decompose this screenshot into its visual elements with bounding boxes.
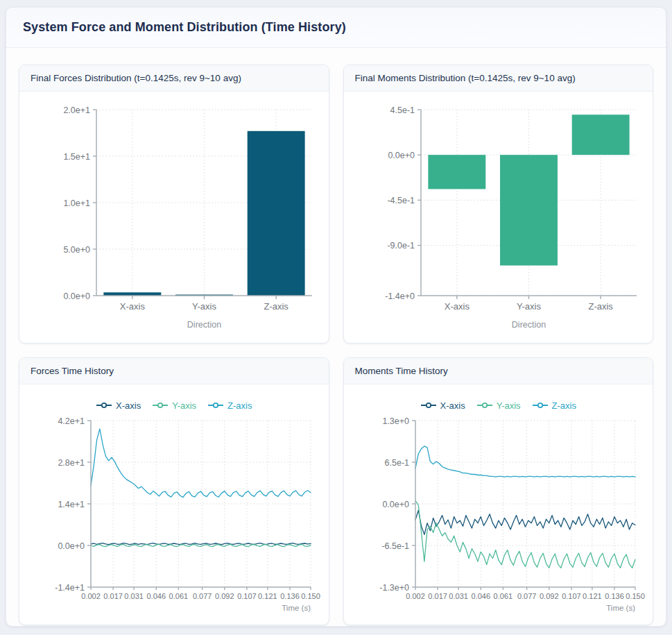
y-tick-label: 1.0e+1: [64, 198, 91, 208]
y-tick-label: 2.0e+1: [64, 105, 91, 115]
line-z-axis[interactable]: [415, 446, 635, 477]
y-tick-label: -1.4e+1: [55, 583, 85, 593]
bar-x-axis[interactable]: [428, 155, 485, 189]
moments-history-legend: X-axisY-axisZ-axis: [420, 398, 576, 412]
line-z-axis[interactable]: [91, 429, 311, 498]
x-tick-label: 0.002: [81, 592, 101, 600]
card-forces-history-body: X-axisY-axisZ-axis 4.2e+12.8e+11.4e+10.0…: [19, 384, 329, 625]
category-label: Y-axis: [517, 301, 541, 312]
dashboard-panel: System Force and Moment Distribution (Ti…: [6, 7, 666, 627]
y-tick-label: 0.0e+0: [58, 541, 85, 551]
legend-marker-icon: [207, 402, 224, 409]
y-tick-label: 0.0e+0: [382, 500, 409, 509]
legend-marker-icon: [152, 402, 169, 409]
x-tick-label: 0.150: [626, 592, 645, 600]
legend-label: Z-axis: [227, 400, 252, 411]
card-moments-history: Moments Time History X-axisY-axisZ-axis …: [343, 357, 654, 625]
x-tick-label: 0.017: [428, 592, 447, 600]
card-final-forces: Final Forces Distribution (t=0.1425s, re…: [19, 65, 329, 344]
card-moments-history-title: Moments Time History: [344, 358, 653, 384]
final-moments-bar-chart[interactable]: 4.5e-10.0e+0-4.5e-1-9.0e-1-1.4e+0X-axisY…: [343, 96, 653, 340]
x-tick-label: 0.046: [471, 592, 490, 600]
legend-marker-icon: [420, 402, 437, 409]
x-tick-label: 0.150: [301, 592, 320, 600]
legend-marker-icon: [96, 402, 112, 409]
card-final-moments-title: Final Moments Distribution (t=0.1425s, r…: [344, 65, 653, 92]
legend-label: X-axis: [440, 400, 465, 411]
y-tick-label: 4.5e-1: [390, 105, 414, 115]
x-tick-label: 0.121: [583, 592, 602, 600]
x-tick-label: 0.002: [406, 592, 425, 600]
y-tick-label: -1.3e+0: [379, 583, 409, 593]
x-tick-label: 0.107: [562, 592, 581, 600]
card-forces-history: Forces Time History X-axisY-axisZ-axis 4…: [19, 357, 329, 625]
x-tick-label: 0.107: [237, 592, 257, 600]
y-tick-label: -6.5e-1: [381, 541, 409, 551]
line-x-axis[interactable]: [415, 510, 635, 534]
legend-marker-icon: [532, 402, 549, 409]
bar-z-axis[interactable]: [571, 115, 629, 155]
legend-item-y-axis[interactable]: Y-axis: [152, 400, 196, 411]
y-tick-label: 2.8e+1: [58, 458, 85, 468]
y-tick-label: 0.0e+0: [388, 151, 415, 160]
legend-item-z-axis[interactable]: Z-axis: [207, 400, 252, 411]
charts-grid: Final Forces Distribution (t=0.1425s, re…: [6, 48, 666, 635]
bar-y-axis[interactable]: [500, 155, 558, 265]
legend-marker-icon: [476, 402, 493, 409]
legend-item-x-axis[interactable]: X-axis: [420, 400, 465, 411]
y-tick-label: 4.2e+1: [58, 416, 85, 426]
category-label: X-axis: [445, 301, 470, 312]
legend-item-y-axis[interactable]: Y-axis: [476, 400, 521, 411]
x-tick-label: 0.031: [125, 592, 144, 600]
page-title: System Force and Moment Distribution (Ti…: [23, 20, 346, 35]
x-tick-label: 0.136: [280, 592, 300, 600]
x-tick-label: 0.046: [147, 592, 166, 600]
x-tick-label: 0.061: [493, 592, 512, 600]
line-y-axis[interactable]: [415, 500, 635, 568]
legend-label: X-axis: [116, 400, 141, 411]
x-tick-label: 0.121: [258, 592, 277, 600]
y-tick-label: -4.5e-1: [387, 196, 415, 205]
x-tick-label: 0.017: [104, 592, 123, 600]
y-tick-label: -1.4e+0: [385, 291, 415, 301]
category-label: Z-axis: [588, 301, 613, 312]
y-tick-label: 1.4e+1: [58, 500, 85, 509]
moments-history-line-chart[interactable]: 1.3e+06.5e-10.0e+0-6.5e-1-1.3e+00.0020.0…: [343, 412, 653, 622]
legend-item-x-axis[interactable]: X-axis: [96, 400, 141, 411]
bar-z-axis[interactable]: [248, 131, 305, 296]
page-header: System Force and Moment Distribution (Ti…: [6, 8, 666, 48]
x-tick-label: 0.061: [169, 592, 189, 600]
x-tick-label: 0.077: [193, 592, 212, 600]
y-tick-label: 5.0e+0: [64, 245, 91, 255]
card-final-moments: Final Moments Distribution (t=0.1425s, r…: [343, 65, 654, 344]
legend-item-z-axis[interactable]: Z-axis: [532, 400, 576, 411]
x-axis-title: Time (s): [606, 604, 635, 612]
y-tick-label: 1.5e+1: [64, 152, 91, 162]
x-tick-label: 0.031: [449, 592, 468, 600]
y-tick-label: 1.3e+0: [382, 416, 409, 426]
forces-history-line-chart[interactable]: 4.2e+12.8e+11.4e+10.0e+0-1.4e+10.0020.01…: [19, 412, 329, 622]
y-tick-label: 6.5e-1: [384, 458, 408, 468]
card-forces-history-title: Forces Time History: [19, 358, 329, 384]
y-tick-label: -9.0e-1: [387, 241, 415, 251]
final-forces-bar-chart[interactable]: 2.0e+11.5e+11.0e+15.0e+00.0e+0X-axisY-ax…: [19, 96, 329, 340]
forces-history-legend: X-axisY-axisZ-axis: [96, 398, 252, 412]
card-final-forces-title: Final Forces Distribution (t=0.1425s, re…: [19, 65, 329, 92]
x-axis-title: Time (s): [282, 604, 311, 612]
x-tick-label: 0.077: [517, 592, 537, 600]
card-final-forces-body: 2.0e+11.5e+11.0e+15.0e+00.0e+0X-axisY-ax…: [19, 92, 329, 343]
x-tick-label: 0.136: [605, 592, 624, 600]
category-label: Z-axis: [264, 301, 289, 312]
legend-label: Y-axis: [497, 400, 521, 411]
category-label: Y-axis: [192, 301, 216, 312]
y-tick-label: 0.0e+0: [64, 291, 91, 301]
card-final-moments-body: 4.5e-10.0e+0-4.5e-1-9.0e-1-1.4e+0X-axisY…: [344, 92, 653, 343]
x-axis-title: Direction: [512, 320, 546, 330]
legend-label: Z-axis: [552, 400, 576, 411]
legend-label: Y-axis: [172, 400, 196, 411]
card-moments-history-body: X-axisY-axisZ-axis 1.3e+06.5e-10.0e+0-6.…: [344, 384, 653, 625]
x-tick-label: 0.092: [215, 592, 234, 600]
category-label: X-axis: [120, 301, 146, 312]
x-axis-title: Direction: [187, 320, 221, 330]
x-tick-label: 0.092: [540, 592, 559, 600]
